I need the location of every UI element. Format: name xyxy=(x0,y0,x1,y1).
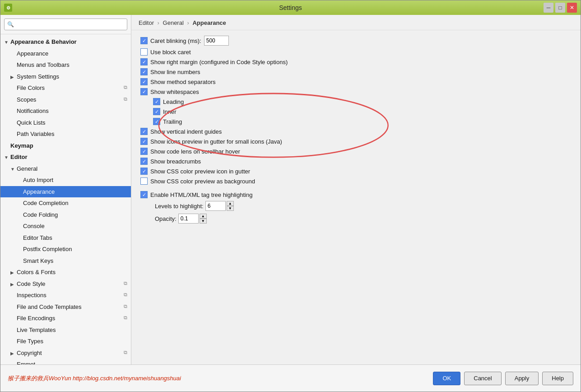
show-css-bg-row: Show CSS color preview as background xyxy=(140,177,572,185)
show-code-lens-row: ✓ Show code lens on scrollbar hover xyxy=(140,148,572,155)
leading-checkbox[interactable]: ✓ xyxy=(153,98,160,105)
sidebar-item-editor[interactable]: ▼Editor xyxy=(0,151,131,163)
show-code-lens-label: Show code lens on scrollbar hover xyxy=(150,148,240,155)
search-input[interactable] xyxy=(4,19,127,30)
sidebar-item-editor-tabs[interactable]: Editor Tabs xyxy=(0,232,131,244)
levels-highlight-row: Levels to highlight: ▲ ▼ xyxy=(140,201,572,211)
sidebar-item-live-templates[interactable]: Live Templates xyxy=(0,324,131,336)
levels-spinner-buttons: ▲ ▼ xyxy=(227,201,234,211)
sidebar-item-appearance[interactable]: Appearance xyxy=(0,48,131,60)
caret-blinking-checkbox[interactable]: ✓ xyxy=(140,37,148,44)
sidebar-item-file-types[interactable]: File Types xyxy=(0,336,131,347)
trailing-row: ✓ Trailing xyxy=(140,118,572,125)
cancel-button[interactable]: Cancel xyxy=(464,372,501,385)
show-right-margin-checkbox[interactable]: ✓ xyxy=(140,58,148,65)
copy-icon: ⧉ xyxy=(124,95,127,103)
sidebar-item-auto-import[interactable]: Auto Import xyxy=(0,174,131,186)
sidebar-item-scopes[interactable]: Scopes⧉ xyxy=(0,94,131,106)
sidebar-item-notifications[interactable]: Notifications xyxy=(0,105,131,117)
breadcrumb-general: General xyxy=(163,19,184,26)
settings-content: ✓ Caret blinking (ms): Use block caret ✓… xyxy=(131,30,581,364)
window-title: Settings xyxy=(279,4,302,11)
opacity-row: Opacity: ▲ ▼ xyxy=(140,214,572,224)
sidebar-item-keymap[interactable]: Keymap xyxy=(0,140,131,152)
breadcrumb-editor: Editor xyxy=(139,19,154,26)
show-css-bg-checkbox[interactable] xyxy=(140,177,148,185)
sidebar-item-file-code-templates[interactable]: File and Code Templates⧉ xyxy=(0,301,131,313)
sidebar-item-file-encodings[interactable]: File Encodings⧉ xyxy=(0,313,131,324)
inner-checkbox[interactable]: ✓ xyxy=(153,108,160,115)
copy-icon: ⧉ xyxy=(124,291,127,299)
show-icons-preview-label: Show icons preview in gutter for small i… xyxy=(150,138,282,145)
sidebar-item-appearance-selected[interactable]: Appearance xyxy=(0,186,131,198)
leading-label: Leading xyxy=(163,98,184,105)
show-whitespaces-checkbox[interactable]: ✓ xyxy=(140,88,148,95)
enable-html-xml-checkbox[interactable]: ✓ xyxy=(140,191,148,198)
show-right-margin-label: Show right margin (configured in Code St… xyxy=(150,59,288,65)
sidebar-item-console[interactable]: Console xyxy=(0,220,131,232)
sidebar-item-postfix-completion[interactable]: Postfix Completion xyxy=(0,243,131,255)
levels-down-button[interactable]: ▼ xyxy=(227,206,234,211)
trailing-label: Trailing xyxy=(163,118,182,125)
show-icons-preview-row: ✓ Show icons preview in gutter for small… xyxy=(140,138,572,145)
opacity-label: Opacity: xyxy=(155,215,177,222)
sidebar-item-emmet[interactable]: Emmet xyxy=(0,359,131,364)
show-right-margin-row: ✓ Show right margin (configured in Code … xyxy=(140,58,572,65)
show-css-color-icon-checkbox[interactable]: ✓ xyxy=(140,168,148,175)
show-method-separators-checkbox[interactable]: ✓ xyxy=(140,78,148,85)
inner-label: Inner xyxy=(163,108,177,115)
caret-blinking-input[interactable] xyxy=(204,36,229,46)
sidebar-item-code-style[interactable]: ▶Code Style⧉ xyxy=(0,278,131,290)
leading-row: ✓ Leading xyxy=(140,98,572,105)
opacity-down-button[interactable]: ▼ xyxy=(200,219,207,224)
sidebar-item-code-folding[interactable]: Code Folding xyxy=(0,209,131,221)
breadcrumb-appearance: Appearance xyxy=(192,19,226,26)
expand-icon: ▼ xyxy=(4,39,10,46)
sidebar-item-file-colors[interactable]: File Colors⧉ xyxy=(0,82,131,94)
levels-highlight-input[interactable] xyxy=(205,201,226,211)
show-line-numbers-row: ✓ Show line numbers xyxy=(140,68,572,75)
window-controls: ─ □ ✕ xyxy=(544,3,577,13)
show-whitespaces-label: Show whitespaces xyxy=(150,89,199,95)
sidebar-item-appearance-behavior[interactable]: ▼Appearance & Behavior xyxy=(0,36,131,48)
help-button[interactable]: Help xyxy=(542,372,573,385)
maximize-button[interactable]: □ xyxy=(555,3,565,13)
sidebar-item-copyright[interactable]: ▶Copyright⧉ xyxy=(0,347,131,359)
sidebar-item-smart-keys[interactable]: Smart Keys xyxy=(0,255,131,267)
copy-icon: ⧉ xyxy=(124,280,127,287)
levels-up-button[interactable]: ▲ xyxy=(227,201,234,206)
settings-right-panel: Editor › General › Appearance ✓ Caret bl… xyxy=(131,15,581,364)
sidebar-item-quick-lists[interactable]: Quick Lists xyxy=(0,117,131,129)
enable-html-xml-row: ✓ Enable HTML/XML tag tree highlighting xyxy=(140,191,572,198)
show-whitespaces-row: ✓ Show whitespaces xyxy=(140,88,572,95)
trailing-checkbox[interactable]: ✓ xyxy=(153,118,160,125)
watermark-text: 猴子搬来的救兵WooYun http://blog.csdn.net/mynam… xyxy=(8,374,181,383)
show-line-numbers-checkbox[interactable]: ✓ xyxy=(140,68,148,75)
bottom-bar: 猴子搬来的救兵WooYun http://blog.csdn.net/mynam… xyxy=(0,364,581,392)
sidebar-item-inspections[interactable]: Inspections⧉ xyxy=(0,289,131,301)
sidebar-item-path-variables[interactable]: Path Variables xyxy=(0,128,131,140)
show-breadcrumbs-checkbox[interactable]: ✓ xyxy=(140,158,148,165)
sidebar-item-colors-fonts[interactable]: ▶Colors & Fonts xyxy=(0,266,131,278)
opacity-up-button[interactable]: ▲ xyxy=(200,214,207,219)
copy-icon: ⧉ xyxy=(124,314,127,322)
sidebar-item-general[interactable]: ▼General xyxy=(0,163,131,175)
sidebar-item-system-settings[interactable]: ▶System Settings xyxy=(0,71,131,83)
show-code-lens-checkbox[interactable]: ✓ xyxy=(140,148,148,155)
show-indent-guides-label: Show vertical indent guides xyxy=(150,128,222,135)
show-indent-guides-row: ✓ Show vertical indent guides xyxy=(140,128,572,135)
minimize-button[interactable]: ─ xyxy=(544,3,553,13)
close-button[interactable]: ✕ xyxy=(567,3,577,13)
show-method-separators-row: ✓ Show method separators xyxy=(140,78,572,85)
show-icons-preview-checkbox[interactable]: ✓ xyxy=(140,138,148,145)
sidebar-item-code-completion[interactable]: Code Completion xyxy=(0,197,131,209)
main-content: 🔍 ▼Appearance & Behavior Appearance Menu… xyxy=(0,15,581,364)
ok-button[interactable]: OK xyxy=(433,372,460,385)
use-block-caret-checkbox[interactable] xyxy=(140,48,148,56)
show-indent-guides-checkbox[interactable]: ✓ xyxy=(140,128,148,135)
inner-row: ✓ Inner xyxy=(140,108,572,115)
opacity-spinner: ▲ ▼ xyxy=(178,214,207,224)
opacity-input[interactable] xyxy=(178,214,199,224)
sidebar-item-menus-toolbars[interactable]: Menus and Toolbars xyxy=(0,59,131,71)
apply-button[interactable]: Apply xyxy=(505,372,539,385)
